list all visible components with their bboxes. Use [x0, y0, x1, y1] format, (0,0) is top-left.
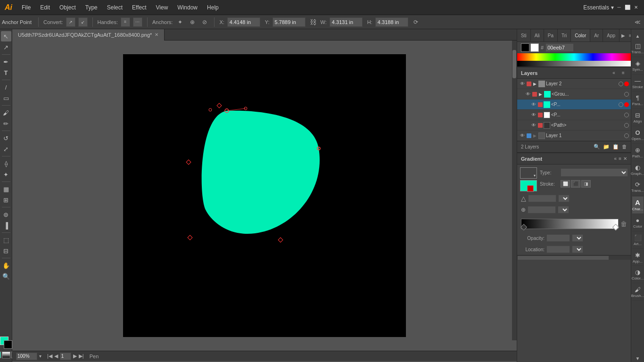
hand-tool[interactable]: ✋	[1, 260, 11, 271]
convert-arrow-btn[interactable]: ↗	[66, 17, 75, 27]
essentials-area[interactable]: Essentials ▾ ─ ⬜ ✕	[583, 4, 644, 11]
gradient-type-select[interactable]: Linear Radial	[561, 168, 628, 177]
graphic-styles-icon-item[interactable]: ◐ Graph...	[632, 162, 644, 179]
fg-bg-swatches[interactable]	[0, 337, 12, 349]
last-page-btn[interactable]: ▶|	[79, 353, 84, 359]
y-input[interactable]	[272, 17, 305, 27]
gradient-opacity-input[interactable]	[546, 234, 570, 242]
gradient-angle-unit[interactable]	[558, 195, 570, 202]
handles-btn1[interactable]: ⌗	[121, 17, 130, 27]
eyedropper-tool[interactable]: ✦	[1, 169, 11, 180]
gradient-location-input[interactable]	[546, 246, 570, 253]
line-tool[interactable]: /	[1, 82, 11, 92]
color-mode-swatch[interactable]	[0, 352, 1, 358]
type-tool[interactable]: T	[1, 67, 11, 78]
gradient-menu-icon[interactable]: ≡	[619, 156, 621, 161]
minimize-btn[interactable]: ─	[616, 4, 622, 11]
transform-icon[interactable]: ⟳	[411, 17, 421, 27]
anchors-btn3[interactable]: ⊘	[200, 17, 209, 27]
gradient-scrollbar-thumb[interactable]	[518, 256, 609, 260]
layer-row-group[interactable]: 👁 ▶ <Grou...	[517, 89, 631, 99]
mesh-tool[interactable]: ⊞	[1, 195, 11, 205]
anchors-btn2[interactable]: ⊕	[188, 17, 197, 27]
layer1-visibility-eye[interactable]: 👁	[519, 132, 526, 139]
brushes-icon-item[interactable]: 🖌 Brush...	[632, 284, 644, 301]
panel-tabs-more[interactable]: ▶	[619, 29, 627, 41]
layer2-target-circle[interactable]	[619, 82, 623, 86]
scrollbar-thumb[interactable]	[512, 50, 516, 78]
gradient-tool[interactable]: ▦	[1, 184, 11, 194]
prev-page-btn[interactable]: ◀	[54, 353, 58, 359]
stroke-btn-2[interactable]: ⬛	[571, 180, 580, 188]
layer-row-layer2[interactable]: 👁 ▶ Layer 2	[517, 79, 631, 89]
gradient-collapse-icon[interactable]: «	[614, 156, 617, 161]
layer-row-path1[interactable]: 👁 <P...	[517, 99, 631, 110]
link-icon[interactable]: ⛓	[308, 17, 318, 27]
panel-menu-btn[interactable]: ≡	[627, 29, 631, 41]
tab-close-btn[interactable]: ✕	[155, 32, 158, 37]
layers-add-icon[interactable]: 📁	[603, 144, 610, 150]
fg-color-swatch[interactable]	[521, 43, 529, 52]
color-icon-item[interactable]: ● Color	[632, 215, 644, 231]
slice-tool[interactable]: ⊟	[1, 246, 11, 256]
tab-ar[interactable]: Ar	[590, 29, 603, 41]
canvas-tab[interactable]: U5dth7PSzdr6UAzdJFQDAkZCTgAuAtT_1680x840…	[12, 29, 165, 41]
path3-target-circle[interactable]	[624, 123, 629, 128]
gradient-bar[interactable]	[521, 219, 619, 229]
layer2-expand-arrow[interactable]: ▶	[533, 82, 537, 86]
close-btn[interactable]: ✕	[633, 4, 639, 11]
transform-icon-item[interactable]: ⟳ Trans...	[632, 179, 644, 196]
paintbrush-tool[interactable]: 🖌	[1, 107, 11, 118]
gradient-stop-right[interactable]	[612, 224, 619, 230]
direct-select-tool[interactable]: ↗	[1, 42, 11, 52]
pencil-tool[interactable]: ✏	[1, 118, 11, 129]
gradient-scale-input[interactable]	[528, 206, 556, 214]
layers-duplicate-icon[interactable]: 📋	[612, 144, 619, 150]
path3-visibility-eye[interactable]: 👁	[530, 122, 537, 129]
tab-pa[interactable]: Pa	[544, 29, 558, 41]
zoom-tool[interactable]: 🔍	[1, 271, 11, 281]
menu-view[interactable]: View	[151, 0, 173, 15]
layer1-expand-arrow[interactable]: ▶	[533, 133, 537, 138]
panel-scroll-down[interactable]: ▼	[632, 354, 644, 362]
gradient-scale-unit[interactable]	[558, 206, 569, 214]
align-icon-item[interactable]: ⊟ Align	[632, 110, 644, 126]
select-tool[interactable]: ↖	[1, 31, 11, 41]
stroke-btn-1[interactable]: ⬜	[561, 180, 570, 188]
character-icon-item[interactable]: A Char...	[632, 197, 644, 214]
menu-effect[interactable]: Effect	[127, 0, 151, 15]
handles-btn2[interactable]: ⋯	[133, 17, 142, 27]
gradient-stop-left[interactable]	[520, 224, 527, 230]
next-page-btn[interactable]: ▶	[73, 353, 77, 359]
convert-curve-btn[interactable]: ↙	[78, 17, 88, 27]
gradient-opacity-unit[interactable]	[572, 234, 583, 242]
collapse-btn[interactable]: ≪	[633, 17, 642, 27]
group-target-circle[interactable]	[624, 92, 629, 97]
color-hex-input[interactable]	[545, 43, 574, 52]
vertical-scrollbar[interactable]	[512, 41, 517, 340]
bar-graph-tool[interactable]: ▐	[1, 220, 11, 230]
menu-edit[interactable]: Edit	[35, 0, 55, 15]
background-swatch[interactable]	[4, 340, 12, 349]
gradient-location-unit[interactable]	[572, 246, 583, 253]
panel-scroll-up[interactable]: ▲	[632, 32, 644, 40]
group-expand-arrow[interactable]: ▶	[539, 92, 542, 97]
artboards-icon-item[interactable]: ⬛ Art...	[632, 232, 644, 249]
rotate-tool[interactable]: ↺	[1, 133, 11, 143]
tab-color[interactable]: Color	[571, 29, 590, 41]
layers-menu-icon[interactable]: ≡	[619, 69, 627, 77]
path1-visibility-eye[interactable]: 👁	[530, 101, 537, 108]
transparency-icon-item[interactable]: ◫ Trans...	[632, 41, 644, 57]
path1-target-circle[interactable]	[619, 102, 623, 107]
group-visibility-eye[interactable]: 👁	[525, 91, 531, 98]
rect-tool[interactable]: ▭	[1, 93, 11, 103]
paragraph-icon-item[interactable]: ¶ Para...	[632, 92, 644, 109]
menu-type[interactable]: Type	[81, 0, 102, 15]
symbols-icon-item[interactable]: ◈ Sym...	[632, 58, 644, 74]
page-input[interactable]	[60, 353, 71, 360]
menu-file[interactable]: File	[17, 0, 35, 15]
path2-visibility-eye[interactable]: 👁	[530, 112, 537, 118]
h-input[interactable]	[375, 17, 408, 27]
blend-tool[interactable]: ⟠	[1, 158, 11, 169]
anchors-btn1[interactable]: ✦	[175, 17, 185, 27]
